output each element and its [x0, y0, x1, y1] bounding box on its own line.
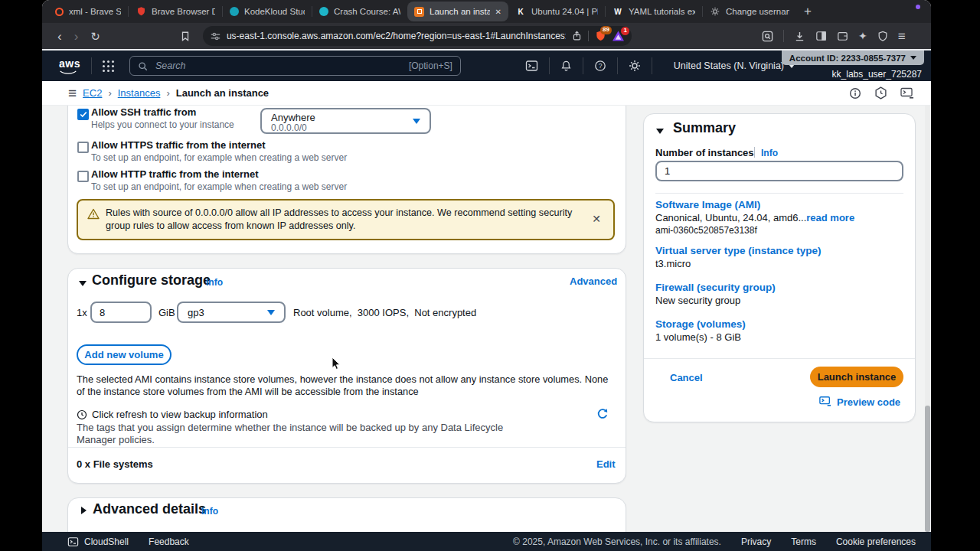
site-settings-icon[interactable]	[211, 31, 220, 41]
leo-ai-icon[interactable]: ✦	[858, 30, 867, 42]
gear-favicon	[710, 6, 720, 17]
backup-info-note: The tags that you assign determine wheth…	[77, 422, 505, 447]
brave-search-favicon	[55, 8, 64, 16]
search-tabs-icon[interactable]	[762, 31, 773, 42]
number-of-instances-input[interactable]	[655, 161, 903, 181]
add-new-volume-button[interactable]: Add new volume	[77, 344, 172, 365]
new-tab-button[interactable]: +	[804, 4, 812, 19]
region-selector[interactable]: United States (N. Virginia)	[674, 60, 795, 71]
settings-gear-icon[interactable]	[629, 60, 641, 72]
kodekloud-favicon	[230, 7, 239, 16]
help-icon[interactable]: ?	[594, 60, 606, 72]
label-divider	[754, 147, 755, 158]
privacy-link[interactable]: Privacy	[741, 536, 771, 547]
section-expanded-icon[interactable]	[79, 281, 87, 286]
tab-close-icon[interactable]: ✕	[495, 8, 501, 16]
kodekloud-favicon	[319, 7, 328, 16]
preview-code-link[interactable]: Preview code	[837, 396, 900, 408]
section-collapsed-icon[interactable]	[81, 507, 87, 514]
url-text[interactable]: us-east-1.console.aws.amazon.com/ec2/hom…	[227, 31, 566, 41]
tab-kodekloud[interactable]: KodeKloud Studio	[223, 2, 312, 21]
share-icon[interactable]	[572, 31, 582, 41]
aws-search-input[interactable]	[154, 60, 403, 72]
aws-logo[interactable]: aws	[59, 57, 80, 75]
back-button[interactable]: ‹	[57, 30, 62, 43]
tab-yaml-tutorials[interactable]: W YAML tutorials examp	[606, 2, 702, 21]
cloudshell-icon[interactable]	[67, 536, 79, 547]
section-expanded-icon[interactable]	[656, 129, 664, 134]
refresh-icon[interactable]	[596, 408, 609, 420]
scrollbar-thumb[interactable]	[925, 406, 930, 532]
allow-ssh-label: Allow SSH traffic from	[91, 106, 196, 118]
read-more-link[interactable]: read more	[806, 212, 854, 223]
chevron-separator-icon: ›	[108, 87, 111, 99]
allow-http-label: Allow HTTP traffic from the internet	[91, 168, 259, 180]
tab-launch-instance-active[interactable]: Launch an instan ✕	[407, 2, 508, 21]
feedback-button[interactable]: Feedback	[149, 536, 189, 547]
allow-https-checkbox[interactable]	[77, 142, 89, 153]
tab-brave-search[interactable]: xml - Brave Search	[48, 2, 128, 21]
allow-ssh-checkbox[interactable]	[77, 109, 89, 120]
aws-search-box[interactable]: [Option+S]	[129, 56, 461, 76]
configure-storage-title: Configure storage	[92, 272, 211, 289]
sidebar-icon[interactable]	[815, 31, 827, 41]
extension-badge: 1	[621, 27, 629, 35]
allow-ssh-helper: Helps you connect to your instance	[91, 119, 234, 130]
dismiss-warning-icon[interactable]: ✕	[592, 213, 601, 225]
volume-size-input[interactable]	[90, 302, 152, 323]
terms-link[interactable]: Terms	[791, 536, 816, 547]
url-separator	[588, 31, 589, 41]
cookie-preferences-link[interactable]: Cookie preferences	[836, 536, 916, 547]
bookmark-icon[interactable]	[180, 31, 191, 42]
url-bar[interactable]: us-east-1.console.aws.amazon.com/ec2/hom…	[203, 26, 632, 46]
software-image-label[interactable]: Software Image (AMI)	[655, 199, 760, 210]
advanced-details-info-link[interactable]: Info	[201, 506, 218, 517]
aws-console-header: aws [Option+S] ? United States (N. Vi	[42, 51, 931, 81]
storage-volumes-label[interactable]: Storage (volumes)	[655, 318, 746, 330]
search-shortcut: [Option+S]	[409, 60, 452, 71]
reload-button[interactable]: ↻	[90, 31, 100, 42]
allow-http-checkbox[interactable]	[77, 171, 89, 182]
cancel-button[interactable]: Cancel	[670, 372, 703, 383]
launch-instance-button[interactable]: Launch instance	[810, 367, 903, 387]
brave-shield-icon[interactable]: 89	[595, 30, 606, 42]
tab-change-username[interactable]: Change username in	[703, 2, 796, 21]
tab-brave-download[interactable]: Brave Browser Downl	[129, 2, 222, 21]
vpn-shield-icon[interactable]	[877, 31, 888, 42]
storage-info-link[interactable]: Info	[206, 277, 223, 288]
cloudshell-icon[interactable]	[525, 60, 538, 72]
side-nav-menu-icon[interactable]: ≡	[68, 86, 77, 100]
cloudshell-button[interactable]: CloudShell	[84, 536, 129, 547]
firewall-label[interactable]: Firewall (security group)	[655, 282, 776, 293]
summary-divider	[655, 193, 903, 194]
region-label: United States (N. Virginia)	[674, 60, 784, 71]
forward-button[interactable]: ›	[74, 30, 79, 43]
recently-visited-icon[interactable]	[874, 86, 887, 99]
ssh-source-select[interactable]: Anywhere 0.0.0.0/0	[260, 108, 431, 134]
search-icon	[138, 61, 148, 71]
cloudshell-panel-icon[interactable]	[900, 87, 914, 99]
storage-advanced-link[interactable]: Advanced	[570, 276, 617, 287]
volume-type-select[interactable]: gp3	[177, 302, 286, 323]
preview-code-icon[interactable]	[819, 396, 831, 407]
instance-type-value: t3.micro	[655, 258, 691, 269]
instance-type-label[interactable]: Virtual server type (instance type)	[655, 245, 822, 256]
console-footer: CloudShell Feedback © 2025, Amazon Web S…	[42, 532, 931, 551]
breadcrumb-instances[interactable]: Instances	[118, 87, 161, 99]
download-icon[interactable]	[794, 31, 805, 42]
notifications-bell-icon[interactable]	[560, 60, 572, 72]
instances-info-link[interactable]: Info	[761, 148, 778, 158]
breadcrumb-ec2[interactable]: EC2	[83, 87, 102, 99]
volume-type-value: gp3	[188, 307, 204, 318]
info-icon[interactable]	[849, 87, 861, 99]
file-systems-edit-link[interactable]: Edit	[596, 458, 616, 470]
wallet-icon[interactable]	[837, 31, 848, 41]
menu-icon[interactable]: ≡	[898, 30, 906, 43]
tab-crash-course[interactable]: Crash Course: AWS B	[312, 2, 407, 21]
account-id-pill[interactable]: Account ID: 2233-0855-7377	[782, 51, 924, 65]
extension-icon[interactable]: 1	[612, 31, 624, 41]
tab-ubuntu-playground[interactable]: K Ubuntu 24.04 | Playg	[508, 2, 605, 21]
services-grid-icon[interactable]	[103, 60, 114, 72]
open-cidr-warning-alert: Rules with source of 0.0.0.0/0 allow all…	[77, 199, 615, 240]
account-id-label: Account ID: 2233-0855-7377	[789, 54, 906, 63]
